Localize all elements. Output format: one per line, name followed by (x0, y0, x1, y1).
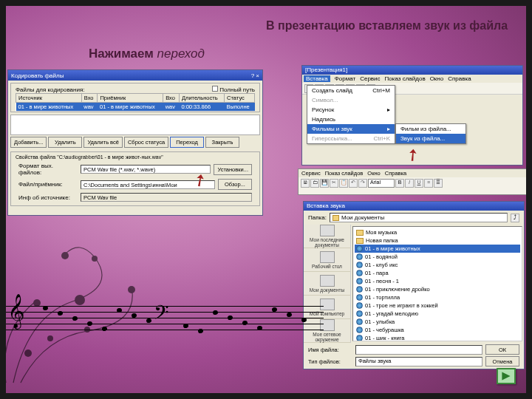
bass-clef-icon: 𝄢 (154, 301, 169, 329)
music-note-icon (212, 310, 218, 316)
folder-icon (332, 215, 339, 221)
list-item-folder[interactable]: Моя музыка (355, 228, 520, 236)
list-item-audio[interactable]: 01 - улыбка (355, 318, 520, 326)
browse-button[interactable]: Обзор... (218, 179, 252, 190)
font-select[interactable]: Arial (368, 179, 395, 188)
treble-clef-icon: 𝄞 (7, 294, 25, 328)
delete-all-button[interactable]: Удалить всё (83, 137, 123, 148)
bold-icon[interactable]: B (395, 179, 404, 188)
properties-label: Свойства файла "C:\audiograbber\01 - в м… (16, 154, 255, 160)
format-select[interactable]: PCM Wav file (*.wav; *.wave) (81, 165, 211, 174)
menu-insert[interactable]: Вставка (304, 75, 330, 82)
col-3[interactable]: Вхо (163, 94, 180, 103)
list-item-folder[interactable]: Новая папка (355, 236, 520, 245)
col-5[interactable]: Статус (225, 94, 255, 103)
filetype-select[interactable]: Файлы звука (355, 357, 482, 366)
audio-icon (356, 262, 363, 268)
italic-icon[interactable]: I (405, 179, 414, 188)
audio-icon (356, 327, 363, 333)
music-note-icon (242, 320, 248, 326)
list-item-audio[interactable]: 01 - шик - книга (355, 334, 520, 341)
list-item-audio[interactable]: 01 - чебурашка (355, 326, 520, 334)
menu-item-hyperlink[interactable]: Гиперссылка...Ctrl+K (307, 134, 395, 143)
full-path-checkbox[interactable]: Полный путь (212, 86, 255, 93)
list-item-audio[interactable]: 01 - трое не играют в хоккей (355, 301, 520, 310)
convert-button[interactable]: Переход (170, 137, 204, 148)
reset-status-button[interactable]: Сброс статуса (124, 137, 168, 148)
computer-icon (320, 299, 335, 310)
toolbar-icon[interactable]: 🗎 (301, 179, 310, 188)
delete-button[interactable]: Удалить (48, 137, 82, 148)
list-item-audio[interactable]: 01 - клуб икс (355, 261, 520, 269)
list-item-audio[interactable]: 01 - песня - 1 (355, 277, 520, 285)
music-note-icon (42, 305, 48, 311)
menu-item-textbox[interactable]: Надпись (307, 115, 395, 124)
toolbar-icon[interactable]: 💾 (320, 179, 329, 188)
pointer-arrow-icon: ➚ (401, 143, 424, 166)
place-computer[interactable]: Мой компьютер (304, 296, 350, 319)
floral-swirl-decoration (6, 213, 191, 390)
underline-icon[interactable]: U (415, 179, 423, 188)
table-row[interactable]: 01 - в мире животных wav 01 - в мире жив… (16, 103, 255, 112)
toolbar-icon[interactable]: ✂ (330, 179, 338, 188)
up-folder-icon[interactable]: ⤴ (511, 214, 519, 222)
list-item-audio[interactable]: 01 - тортилла (355, 293, 520, 301)
place-desktop[interactable]: Рабочий стол (304, 248, 350, 272)
heading-left: Нажимаем переход (89, 47, 205, 61)
list-item-audio[interactable]: 01 - приключение дройко (355, 285, 520, 293)
window-controls-icon[interactable]: ? × (251, 72, 259, 79)
toolbar-icon[interactable]: ↷ (358, 179, 367, 188)
add-button[interactable]: Добавить... (10, 137, 47, 148)
menu-item-symbol[interactable]: Символ... (307, 95, 395, 105)
list-item-audio[interactable]: 01 - водяной (355, 253, 520, 261)
svg-point-2 (33, 299, 41, 307)
place-recent[interactable]: Мои последние документы (304, 225, 350, 248)
toolbar-icon[interactable]: 🗀 (310, 179, 319, 188)
list-item-audio[interactable]: 01 - в мире животных (355, 245, 520, 253)
ppt-menubar: Вставка Формат Сервис Показ слайдов Окно… (302, 75, 522, 83)
submenu-sound-from-file[interactable]: Звук из файла... (396, 134, 466, 143)
menu-window[interactable]: Окно (367, 170, 380, 177)
menu-slideshow[interactable]: Показ слайдов (325, 170, 364, 177)
place-network[interactable]: Мое сетевое окружение (304, 319, 350, 343)
col-0[interactable]: Источник (16, 94, 82, 103)
toolbar-icon[interactable]: ↶ (349, 179, 358, 188)
filename-field[interactable] (355, 345, 482, 355)
menu-item-picture[interactable]: Рисунок▸ (307, 105, 395, 115)
music-note-icon (271, 307, 277, 313)
col-2[interactable]: Приёмник (98, 94, 163, 103)
place-documents[interactable]: Мои документы (304, 272, 350, 296)
menu-help[interactable]: Справка (385, 170, 406, 177)
list-item-audio[interactable]: 01 - угадай мелодию (355, 310, 520, 318)
music-note-icon (86, 321, 92, 327)
col-4[interactable]: Длительность (179, 94, 224, 103)
close-button[interactable]: Закрыть (205, 137, 239, 148)
music-note-icon (101, 326, 107, 332)
menu-tools[interactable]: Сервис (360, 75, 380, 82)
align-icon[interactable]: ≡ (424, 179, 433, 188)
settings-button[interactable]: Установки... (214, 164, 252, 175)
list-item-audio[interactable]: 01 - пара (355, 269, 520, 277)
insert-sound-dialog: Вставка звука Папка: Мои документы ⤴ Мои… (303, 201, 525, 369)
documents-icon (320, 275, 335, 287)
ok-button[interactable]: ОК (485, 344, 519, 355)
align-icon[interactable]: ≣ (434, 179, 443, 188)
menu-item-new-slide[interactable]: Создать слайдCtrl+M (307, 86, 395, 95)
menu-format[interactable]: Формат (335, 75, 355, 82)
menu-item-movies-sounds[interactable]: Фильмы и звук▸ (307, 124, 395, 134)
audio-icon (356, 310, 363, 317)
menu-help[interactable]: Справка (448, 75, 471, 82)
encoder-titlebar: Кодировать файлы ? × (8, 70, 262, 81)
col-1[interactable]: Вхо (81, 94, 98, 103)
folder-icon (356, 238, 364, 244)
next-slide-button[interactable] (497, 368, 516, 384)
cancel-button[interactable]: Отмена (485, 356, 519, 366)
look-in-select[interactable]: Мои документы (330, 213, 508, 222)
source-info-field: PCM Wav file (81, 193, 252, 202)
menu-slideshow[interactable]: Показ слайдов (385, 75, 426, 82)
file-list[interactable]: Моя музыкаНовая папка01 - в мире животны… (352, 226, 522, 341)
menu-window[interactable]: Окно (430, 75, 444, 82)
submenu-movie-from-file[interactable]: Фильм из файла... (396, 124, 466, 134)
toolbar-icon[interactable]: 📋 (339, 179, 348, 188)
menu-tools[interactable]: Сервис (301, 170, 321, 177)
